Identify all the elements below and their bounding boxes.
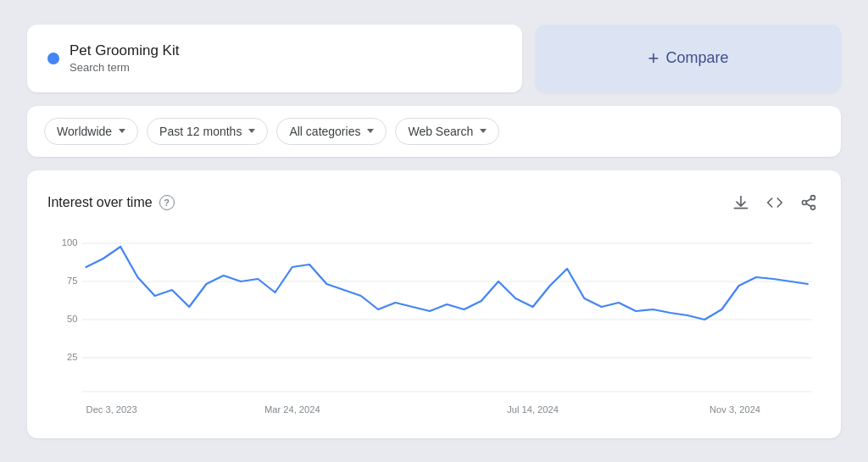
- chevron-down-icon: [367, 129, 374, 133]
- chevron-down-icon: [119, 129, 125, 133]
- svg-text:Jul 14, 2024: Jul 14, 2024: [507, 404, 559, 415]
- chart-title: Interest over time: [47, 195, 153, 210]
- share-icon: [800, 194, 817, 211]
- search-term-dot: [47, 53, 59, 64]
- search-term-text: Pet Grooming Kit Search term: [70, 42, 179, 74]
- search-term-sub: Search term: [70, 61, 179, 74]
- search-term-card: Pet Grooming Kit Search term: [27, 25, 522, 92]
- download-button[interactable]: [729, 191, 753, 214]
- category-filter[interactable]: All categories: [276, 118, 387, 145]
- svg-text:25: 25: [67, 352, 77, 362]
- region-label: Worldwide: [57, 125, 112, 138]
- embed-icon: [766, 194, 783, 211]
- chevron-down-icon: [480, 129, 487, 133]
- period-label: Past 12 months: [159, 125, 242, 138]
- chart-actions: [729, 191, 821, 214]
- interest-chart: 100 75 50 25 Dec 3, 2023 Mar 24, 2024 Ju…: [47, 235, 821, 421]
- compare-plus-icon: +: [648, 47, 659, 70]
- top-row: Pet Grooming Kit Search term + Compare: [27, 25, 841, 92]
- search-term-name: Pet Grooming Kit: [70, 42, 179, 59]
- svg-text:100: 100: [62, 237, 78, 248]
- svg-text:Mar 24, 2024: Mar 24, 2024: [264, 404, 320, 415]
- search-type-label: Web Search: [408, 125, 473, 138]
- compare-label: Compare: [665, 49, 728, 67]
- chart-header: Interest over time ?: [47, 191, 821, 214]
- search-type-filter[interactable]: Web Search: [395, 118, 499, 145]
- download-icon: [732, 194, 749, 211]
- svg-line-3: [806, 203, 811, 206]
- svg-text:Nov 3, 2024: Nov 3, 2024: [709, 404, 760, 415]
- chart-title-row: Interest over time ?: [47, 195, 175, 210]
- help-icon[interactable]: ?: [159, 195, 175, 210]
- period-filter[interactable]: Past 12 months: [147, 118, 268, 145]
- chevron-down-icon: [248, 129, 255, 133]
- share-button[interactable]: [797, 191, 821, 214]
- region-filter[interactable]: Worldwide: [44, 118, 138, 145]
- svg-line-4: [806, 198, 811, 201]
- embed-button[interactable]: [763, 191, 787, 214]
- svg-text:Dec 3, 2023: Dec 3, 2023: [86, 404, 137, 415]
- category-label: All categories: [289, 125, 360, 138]
- chart-area: 100 75 50 25 Dec 3, 2023 Mar 24, 2024 Ju…: [47, 235, 821, 421]
- chart-card: Interest over time ?: [27, 170, 841, 438]
- svg-text:50: 50: [67, 314, 77, 324]
- main-container: Pet Grooming Kit Search term + Compare W…: [27, 25, 841, 438]
- svg-text:75: 75: [67, 276, 77, 286]
- filter-bar: Worldwide Past 12 months All categories …: [27, 106, 841, 157]
- compare-card[interactable]: + Compare: [536, 25, 841, 92]
